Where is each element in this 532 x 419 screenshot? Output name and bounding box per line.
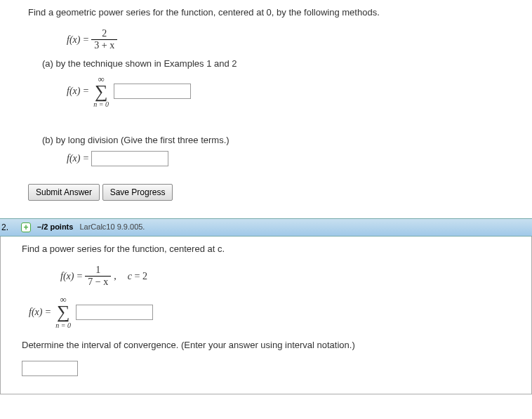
sigma-icon: ∑ (95, 84, 108, 100)
q1-part-b-answer-row: f(x) = (67, 151, 525, 166)
equals: = (45, 307, 51, 318)
q1-prompt: Find a geometric power series for the fu… (28, 7, 525, 18)
center-value: c = 2 (128, 271, 147, 282)
equals: = (77, 271, 82, 282)
comma: , (114, 271, 117, 282)
submit-answer-button[interactable]: Submit Answer (28, 184, 100, 201)
equals: = (83, 34, 88, 46)
fx-symbol: f(x) (67, 34, 80, 46)
q2-series-input[interactable] (76, 305, 153, 320)
fx-symbol: f(x) (67, 153, 80, 164)
question-2-header: 2. + –/2 points LarCalc10 9.9.005. (0, 218, 532, 237)
q2-interval-prompt: Determine the interval of convergence. (… (22, 340, 524, 350)
button-row: Submit Answer Save Progress (28, 184, 525, 201)
sigma-icon: ∑ (57, 304, 70, 320)
save-progress-button[interactable]: Save Progress (102, 184, 173, 201)
q2-answer-row: f(x) = ∞ ∑ n = 0 (29, 295, 524, 328)
fx-symbol: f(x) (60, 271, 74, 282)
q1-part-a-answer-row: f(x) = ∞ ∑ n = 0 (67, 74, 525, 108)
q1-part-b-input[interactable] (91, 151, 168, 166)
q2-prompt: Find a power series for the function, ce… (22, 244, 524, 254)
q1-part-a-input[interactable] (114, 84, 191, 99)
question-number-2: 2. (1, 222, 8, 232)
q2-function-def: f(x) = 1 7 − x , c = 2 (60, 265, 524, 288)
q1-function-def: f(x) = 2 3 + x (67, 28, 525, 51)
summation-symbol: ∞ ∑ n = 0 (55, 295, 71, 328)
q1-part-a-label: (a) by the technique shown in Examples 1… (42, 58, 525, 69)
q1-part-b-label: (b) by long division (Give the first thr… (42, 135, 525, 145)
question-1: Find a geometric power series for the fu… (0, 0, 532, 218)
q2-interval-row (22, 361, 524, 376)
summation-symbol: ∞ ∑ n = 0 (93, 74, 109, 108)
q2-interval-input[interactable] (22, 361, 78, 376)
fraction-1-over-7minusx: 1 7 − x (85, 265, 111, 288)
fraction-2-over-3plusx: 2 3 + x (91, 28, 117, 51)
points-label: –/2 points (37, 222, 73, 231)
question-reference: LarCalc10 9.9.005. (79, 222, 145, 231)
expand-icon[interactable]: + (21, 222, 31, 232)
equals: = (83, 153, 88, 164)
fx-symbol: f(x) (29, 307, 42, 318)
fx-symbol: f(x) (67, 86, 80, 97)
equals: = (83, 86, 88, 97)
question-2: Find a power series for the function, ce… (0, 237, 532, 394)
